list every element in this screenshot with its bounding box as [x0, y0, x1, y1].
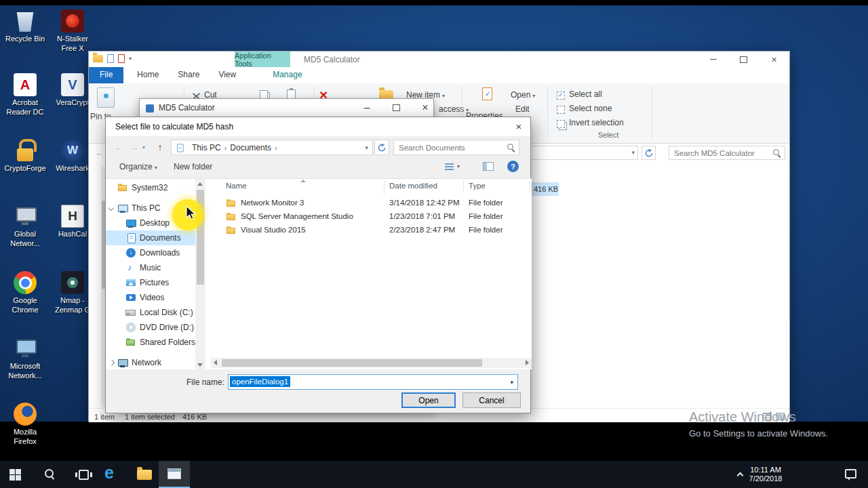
select-all-button[interactable]: Select all: [569, 89, 602, 99]
breadcrumb-documents[interactable]: Documents: [226, 143, 275, 152]
maximize-button[interactable]: [386, 99, 406, 117]
sidebar-item-documents[interactable]: Documents: [106, 230, 195, 245]
properties-icon[interactable]: [107, 54, 114, 63]
tree-chevron-closed-icon[interactable]: [109, 360, 115, 365]
close-button[interactable]: ×: [759, 52, 789, 67]
activate-windows-subtext: Go to Settings to activate Windows.: [689, 428, 828, 439]
chevron-down-icon[interactable]: ▾: [510, 379, 513, 386]
folder-icon[interactable]: [93, 55, 103, 62]
back-icon[interactable]: ←: [111, 140, 126, 155]
active-app-button[interactable]: [159, 461, 190, 488]
desktop-icon-global-network[interactable]: Global Networ...: [3, 205, 47, 249]
organize-button[interactable]: Organize: [119, 162, 157, 171]
edge-icon[interactable]: e: [104, 463, 114, 483]
select-none-icon[interactable]: [557, 106, 565, 114]
start-button[interactable]: [9, 469, 21, 481]
sidebar-item-downloads[interactable]: Downloads: [106, 245, 195, 260]
select-none-button[interactable]: Select none: [569, 104, 612, 113]
sidebar-item-dvd-drive-d-c[interactable]: DVD Drive (D:) C: [106, 320, 195, 335]
taskbar-search-icon[interactable]: [45, 469, 56, 480]
desktop-icon-ms-network[interactable]: Microsoft Network...: [3, 337, 47, 381]
breadcrumb-this-pc[interactable]: This PC: [189, 143, 224, 152]
column-name[interactable]: Name: [226, 182, 247, 190]
tab-file[interactable]: File: [89, 67, 123, 83]
file-name-value[interactable]: openFileDialog1: [230, 376, 290, 387]
sidebar-item-label: Local Disk (C:): [140, 308, 193, 317]
explorer-search-input[interactable]: Search MD5 Calculator: [669, 146, 785, 160]
search-icon[interactable]: [772, 148, 781, 157]
minimize-button[interactable]: –: [357, 99, 377, 117]
file-row-network-monitor-3[interactable]: Network Monitor 33/14/2018 12:42 PMFile …: [211, 197, 532, 210]
up-icon[interactable]: ↑: [153, 140, 167, 154]
recent-locations-icon[interactable]: ▾: [142, 144, 145, 150]
dialog-search-input[interactable]: Search Documents: [393, 140, 519, 155]
new-folder-icon[interactable]: [118, 54, 125, 63]
file-explorer-icon[interactable]: [137, 470, 152, 480]
desktop-icon-recycle-bin[interactable]: Recycle Bin: [3, 9, 47, 44]
sidebar-item-local-disk-c[interactable]: Local Disk (C:): [106, 305, 195, 320]
scroll-down-icon[interactable]: [197, 363, 203, 367]
address-dropdown-icon[interactable]: ▾: [365, 144, 368, 151]
refresh-button[interactable]: [374, 140, 389, 155]
horizontal-scrollbar[interactable]: [211, 358, 532, 368]
tab-manage[interactable]: Manage: [263, 67, 311, 83]
contextual-tab-application-tools[interactable]: Application Tools: [235, 52, 290, 67]
scrollbar-thumb[interactable]: [222, 359, 482, 367]
close-button[interactable]: ×: [507, 117, 530, 135]
maximize-button[interactable]: [728, 52, 759, 67]
file-row-sql-server-management-studio[interactable]: SQL Server Management Studio1/23/2018 7:…: [211, 210, 532, 224]
customize-toolbar-icon[interactable]: ▾: [129, 56, 132, 62]
scroll-left-icon[interactable]: [214, 360, 217, 365]
task-view-icon[interactable]: [79, 470, 89, 480]
desktop-icon-acrobat[interactable]: Acrobat Reader DC: [3, 73, 47, 117]
sidebar-item-system32[interactable]: System32: [106, 180, 195, 195]
open-button[interactable]: Open: [401, 392, 456, 408]
scroll-up-icon[interactable]: [197, 182, 203, 186]
tab-view[interactable]: View: [209, 67, 245, 83]
easy-access-button[interactable]: access: [439, 104, 469, 114]
chevron-right-icon[interactable]: ›: [275, 144, 277, 152]
edit-button[interactable]: Edit: [515, 104, 530, 114]
breadcrumb[interactable]: This PC › Documents › ▾: [171, 140, 373, 155]
tab-home[interactable]: Home: [127, 67, 168, 83]
desktop-icon-chrome[interactable]: Google Chrome: [3, 271, 47, 315]
tray-expand-icon[interactable]: [737, 472, 744, 479]
forward-icon[interactable]: →: [127, 140, 142, 155]
preview-pane-icon[interactable]: [483, 162, 494, 171]
desktop-icon-firefox[interactable]: Mozilla Firefox: [3, 403, 47, 447]
address-dropdown-icon[interactable]: ▾: [631, 149, 635, 156]
search-icon[interactable]: [507, 143, 515, 152]
tree-chevron-open-icon[interactable]: [108, 205, 114, 211]
desktop-icon-cryptoforge[interactable]: CryptoForge: [3, 139, 47, 174]
close-button[interactable]: ×: [415, 99, 435, 117]
change-view-icon[interactable]: [445, 163, 454, 171]
pin-to-quick-access-icon[interactable]: [97, 87, 115, 108]
cancel-button[interactable]: Cancel: [462, 392, 521, 408]
invert-selection-icon[interactable]: [557, 120, 565, 128]
sidebar-item-pictures[interactable]: Pictures: [106, 275, 195, 290]
back-icon[interactable]: ←: [92, 146, 106, 160]
change-view-dropdown-icon[interactable]: ▾: [457, 163, 460, 169]
refresh-button[interactable]: [642, 146, 656, 160]
new-folder-button[interactable]: New folder: [174, 162, 212, 171]
properties-icon[interactable]: [482, 87, 492, 100]
sidebar-item-shared-folders[interactable]: Shared Folders (: [106, 335, 195, 350]
taskbar-clock[interactable]: 10:11 AM 7/20/2018: [743, 466, 788, 483]
desktop-icon-nstalker[interactable]: N-Stalker Free X: [50, 9, 95, 54]
list-header: Name Date modified Type: [211, 179, 532, 194]
file-row-visual-studio-2015[interactable]: Visual Studio 20152/23/2018 2:47 PMFile …: [211, 224, 532, 237]
column-date-modified[interactable]: Date modified: [389, 182, 437, 190]
tab-share[interactable]: Share: [168, 67, 209, 83]
minimize-button[interactable]: [698, 52, 728, 67]
sidebar-item-videos[interactable]: Videos: [106, 290, 195, 305]
select-all-icon[interactable]: [557, 92, 565, 100]
open-button[interactable]: Open: [511, 90, 535, 100]
sidebar-item-network[interactable]: Network: [106, 355, 195, 370]
invert-selection-button[interactable]: Invert selection: [569, 118, 624, 127]
notification-center-icon[interactable]: [845, 469, 856, 479]
file-name-input[interactable]: openFileDialog1 ▾: [228, 374, 518, 390]
scroll-right-icon[interactable]: [526, 360, 529, 365]
help-icon[interactable]: ?: [507, 161, 519, 172]
sidebar-item-music[interactable]: Music: [106, 260, 195, 275]
column-type[interactable]: Type: [469, 182, 486, 190]
